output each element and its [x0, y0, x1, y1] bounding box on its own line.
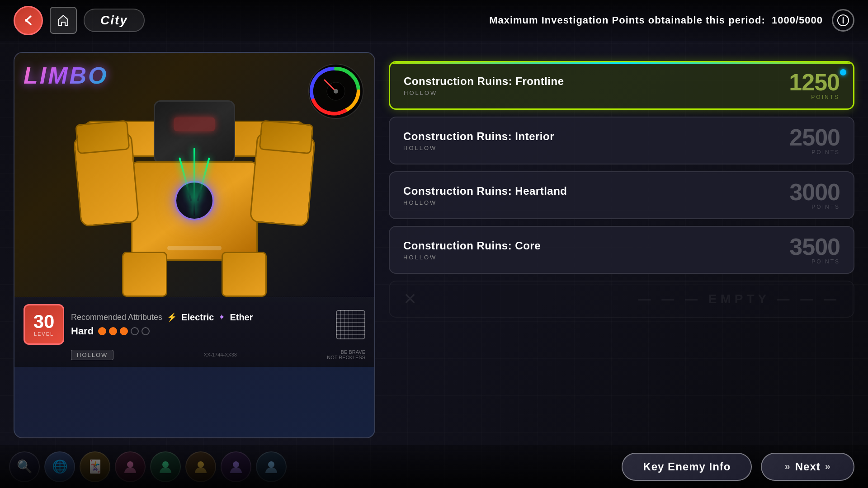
investigation-points-info: Maximum Investigation Points obtainable … [489, 14, 823, 26]
mission-info-3: Construction Ruins: Core HOLLOW [403, 239, 541, 261]
card-footer-row: HOLLOW XX-1744-XX38 BE BRAVENOT RECKLESS [24, 349, 365, 360]
empty-x-mark: ✕ [403, 290, 417, 309]
mission-points-wrap-2: 3000 POINTS [789, 180, 840, 210]
info-button[interactable] [832, 9, 854, 32]
mission-info-2: Construction Ruins: Heartland HOLLOW [403, 185, 567, 206]
bottom-bar: Key Enemy Info » Next » [0, 445, 868, 488]
ether-label: Ether [230, 312, 253, 323]
mission-points-wrap-3: 3500 POINTS [789, 235, 840, 265]
difficulty-row: Hard [71, 325, 329, 337]
dot-1 [98, 327, 106, 335]
key-enemy-info-button[interactable]: Key Enemy Info [622, 453, 752, 481]
dot-5 [142, 327, 150, 335]
home-button[interactable] [50, 7, 77, 34]
level-number: 30 [33, 312, 55, 331]
robot-arm-left [73, 132, 140, 227]
mission-type-1: HOLLOW [403, 145, 554, 151]
mission-points-0: 1250 [789, 70, 840, 94]
card-bottom: 30 LEVEL Recommended Attributes ⚡ Electr… [14, 297, 374, 367]
dot-3 [120, 327, 128, 335]
mission-name-1: Construction Ruins: Interior [403, 130, 554, 143]
ether-icon: ✦ [218, 312, 225, 322]
next-label: Next [795, 460, 821, 473]
mission-points-3: 3500 [789, 235, 840, 258]
robot-leg-left [122, 252, 167, 297]
city-label: City [84, 9, 145, 32]
next-chevrons-icon-right: » [825, 461, 831, 473]
robot-leg-right [222, 252, 267, 297]
card-code: XX-1744-XX38 [204, 352, 237, 357]
level-label: LEVEL [34, 331, 54, 337]
top-bar: City Maximum Investigation Points obtain… [0, 0, 868, 41]
robot-arm-right [250, 132, 316, 227]
level-box: 30 LEVEL [24, 304, 64, 345]
speedometer-gauge [307, 62, 365, 121]
grid-icon[interactable] [336, 310, 365, 339]
mission-points-1: 2500 [789, 126, 840, 149]
enemy-name-logo: LIMBO [24, 62, 108, 89]
next-button[interactable]: » Next » [761, 453, 854, 481]
mission-info-1: Construction Ruins: Interior HOLLOW [403, 130, 554, 151]
card-tagline: BE BRAVENOT RECKLESS [327, 349, 365, 360]
dot-2 [109, 327, 117, 335]
electric-icon: ⚡ [167, 312, 177, 322]
mission-points-wrap-1: 2500 POINTS [789, 126, 840, 155]
mission-name-2: Construction Ruins: Heartland [403, 185, 567, 197]
mission-card-1[interactable]: Construction Ruins: Interior HOLLOW 2500… [389, 117, 854, 164]
difficulty-dots [98, 327, 150, 335]
mission-info-0: Construction Ruins: Frontline HOLLOW [404, 75, 564, 96]
difficulty-label: Hard [71, 325, 94, 337]
main-content: LIMBO [0, 43, 868, 447]
active-indicator [840, 69, 846, 75]
card-info-row: 30 LEVEL Recommended Attributes ⚡ Electr… [24, 304, 365, 345]
electric-label: Electric [181, 312, 214, 323]
mission-name-3: Construction Ruins: Core [403, 239, 541, 252]
robot-illustration [59, 62, 330, 297]
svg-point-5 [334, 89, 338, 94]
rec-attr-label: Recommended Attributes [71, 313, 162, 322]
hollow-badge: HOLLOW [71, 350, 113, 360]
mission-type-0: HOLLOW [404, 89, 564, 96]
recommended-attributes-row: Recommended Attributes ⚡ Electric ✦ Ethe… [71, 312, 329, 323]
svg-point-0 [25, 19, 28, 22]
card-image: LIMBO [14, 53, 374, 297]
mission-card-2[interactable]: Construction Ruins: Heartland HOLLOW 300… [389, 171, 854, 219]
mission-list: Construction Ruins: Frontline HOLLOW 125… [389, 52, 854, 438]
mission-card-empty: ✕ — — — EMPTY — — — [389, 281, 854, 318]
back-button[interactable] [14, 6, 43, 35]
mission-points-2: 3000 [789, 180, 840, 204]
mission-points-wrap-0: 1250 POINTS [789, 70, 840, 100]
card-attributes: Recommended Attributes ⚡ Electric ✦ Ethe… [71, 312, 329, 337]
next-chevrons-icon: » [784, 461, 790, 473]
mission-type-3: HOLLOW [403, 254, 541, 261]
mission-type-2: HOLLOW [403, 199, 567, 206]
empty-slot-label: — — — EMPTY — — — [638, 292, 840, 306]
enemy-card: LIMBO [14, 52, 375, 438]
dot-4 [131, 327, 139, 335]
mission-name-0: Construction Ruins: Frontline [404, 75, 564, 88]
energy-effect [193, 148, 195, 216]
mission-card-3[interactable]: Construction Ruins: Core HOLLOW 3500 POI… [389, 226, 854, 274]
mission-card-0[interactable]: Construction Ruins: Frontline HOLLOW 125… [389, 61, 854, 110]
